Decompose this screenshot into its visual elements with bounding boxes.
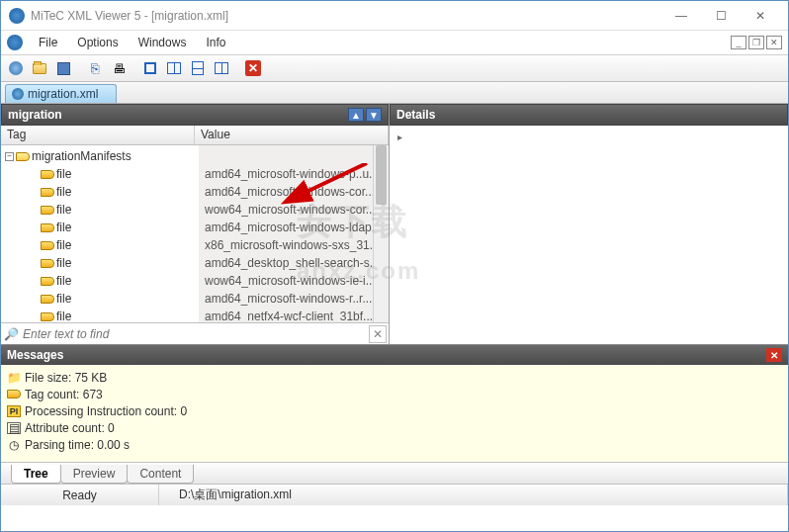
document-tab-label: migration.xml (28, 87, 98, 101)
tree-grid-header: Tag Value (1, 126, 389, 145)
layout3-button[interactable] (187, 57, 209, 79)
printer-icon: 🖶 (113, 61, 126, 76)
tree-child-label: file (56, 292, 71, 306)
find-input[interactable] (19, 325, 369, 343)
vertical-scrollbar[interactable] (373, 145, 389, 322)
tree-child-row[interactable]: file (1, 165, 199, 183)
tree-child-row[interactable]: file (1, 272, 199, 290)
expand-button[interactable]: ▼ (366, 108, 382, 122)
tree-child-row[interactable]: file (1, 236, 199, 254)
tree-child-label: file (56, 167, 71, 181)
menu-file[interactable]: File (29, 34, 67, 51)
scrollbar-thumb[interactable] (376, 145, 387, 205)
tree-child-row[interactable]: file (1, 201, 199, 219)
layout4-button[interactable] (211, 57, 232, 79)
value-row[interactable]: amd64_microsoft-windows-r..r... (199, 290, 373, 308)
layout1-button[interactable] (139, 57, 161, 79)
app-menu-icon[interactable] (7, 35, 23, 50)
globe-icon (9, 61, 23, 75)
close-doc-button[interactable]: ✕ (242, 57, 264, 79)
messages-panel: Messages ✕ 📁File size: 75 KB Tag count: … (1, 344, 788, 462)
tab-tree[interactable]: Tree (11, 465, 61, 484)
value-row[interactable]: amd64_microsoft-windows-cor... (199, 183, 373, 201)
value-row[interactable]: amd64_microsoft-windows-p..u... (199, 165, 373, 183)
export-icon: ⎘ (91, 60, 99, 76)
value-row[interactable]: wow64_microsoft-windows-cor... (199, 201, 373, 219)
document-tabbar: migration.xml (1, 82, 788, 104)
message-row: Tag count: 673 (7, 386, 782, 402)
value-row[interactable]: wow64_microsoft-windows-ie-i... (199, 272, 373, 290)
expander-icon[interactable]: − (5, 152, 14, 161)
col-tag[interactable]: Tag (1, 126, 195, 144)
tree-root-row[interactable]: − migrationManifests (1, 147, 199, 165)
menu-windows[interactable]: Windows (129, 34, 197, 51)
messages-title: Messages (7, 348, 63, 362)
tree-child-label: file (56, 221, 71, 234)
menu-info[interactable]: Info (196, 34, 235, 51)
mdi-minimize-button[interactable]: _ (731, 36, 746, 49)
tree-child-label: file (56, 274, 71, 288)
value-row[interactable]: x86_microsoft-windows-sxs_31... (199, 236, 373, 254)
binoculars-icon[interactable]: 🔎 (3, 326, 19, 342)
value-column[interactable]: amd64_microsoft-windows-p..u...amd64_mic… (199, 145, 373, 322)
tree-child-label: file (56, 310, 71, 322)
value-row[interactable]: amd64_microsoft-windows-ldap... (199, 219, 373, 236)
tree-child-label: file (56, 256, 71, 270)
mdi-restore-button[interactable]: ❐ (748, 36, 764, 49)
tag-icon (41, 295, 54, 304)
value-row[interactable]: amd64_netfx4-wcf-client_31bf... (199, 308, 373, 322)
menu-options[interactable]: Options (67, 34, 128, 51)
open-button[interactable] (29, 57, 50, 79)
col-value[interactable]: Value (195, 126, 389, 144)
tab-content[interactable]: Content (127, 465, 194, 484)
document-tab[interactable]: migration.xml (5, 84, 117, 103)
tree-panel-title: migration (8, 108, 62, 122)
clock-icon: ◷ (7, 439, 21, 451)
layout2-button[interactable] (163, 57, 185, 79)
layout-split-icon (167, 62, 181, 74)
tag-icon (41, 170, 54, 179)
tree-panel-header: migration ▲ ▼ (1, 104, 389, 126)
details-body: ▸ (390, 126, 788, 344)
messages-close-button[interactable]: ✕ (766, 348, 782, 362)
tree-child-row[interactable]: file (1, 183, 199, 201)
details-panel-title: Details (396, 108, 435, 122)
maximize-button[interactable]: ☐ (701, 2, 741, 30)
save-button[interactable] (52, 57, 74, 79)
app-icon (9, 8, 25, 24)
tag-icon (41, 188, 54, 197)
tree-child-label: file (56, 238, 71, 252)
menubar: File Options Windows Info _ ❐ ✕ (1, 31, 788, 54)
message-text: Processing Instruction count: 0 (25, 404, 187, 418)
find-bar: 🔎 ✕ (1, 322, 389, 344)
tree-child-row[interactable]: file (1, 290, 199, 308)
attr-icon: ▤ (7, 422, 21, 434)
workarea: migration ▲ ▼ Tag Value − migrationManif… (1, 104, 788, 344)
collapse-button[interactable]: ▲ (348, 108, 364, 122)
print-button[interactable]: 🖶 (108, 57, 130, 79)
tree-column[interactable]: − migrationManifests filefilefilefilefil… (1, 145, 199, 322)
tree-child-row[interactable]: file (1, 219, 199, 236)
tree-grid-body: − migrationManifests filefilefilefilefil… (1, 145, 389, 322)
close-button[interactable]: ✕ (741, 2, 780, 30)
tree-child-row[interactable]: file (1, 254, 199, 272)
folder-icon: 📁 (7, 372, 21, 384)
message-text: File size: 75 KB (25, 371, 107, 385)
export-button[interactable]: ⎘ (84, 57, 106, 79)
message-text: Parsing time: 0.00 s (25, 438, 130, 452)
tree-panel: migration ▲ ▼ Tag Value − migrationManif… (1, 104, 390, 344)
minimize-button[interactable]: — (661, 2, 701, 30)
tag-icon (7, 389, 21, 400)
tab-preview[interactable]: Preview (60, 465, 129, 484)
tree-child-row[interactable]: file (1, 308, 199, 322)
tag-icon (41, 259, 54, 268)
details-expander-icon[interactable]: ▸ (397, 132, 402, 142)
message-row: ◷Parsing time: 0.00 s (7, 436, 782, 453)
tag-icon (41, 223, 54, 232)
message-text: Attribute count: 0 (25, 421, 115, 435)
mdi-close-button[interactable]: ✕ (766, 36, 782, 49)
clear-find-button[interactable]: ✕ (369, 325, 387, 343)
value-row[interactable]: amd64_desktop_shell-search-s... (199, 254, 373, 272)
new-button[interactable] (5, 57, 27, 79)
tag-open-icon (16, 152, 30, 161)
